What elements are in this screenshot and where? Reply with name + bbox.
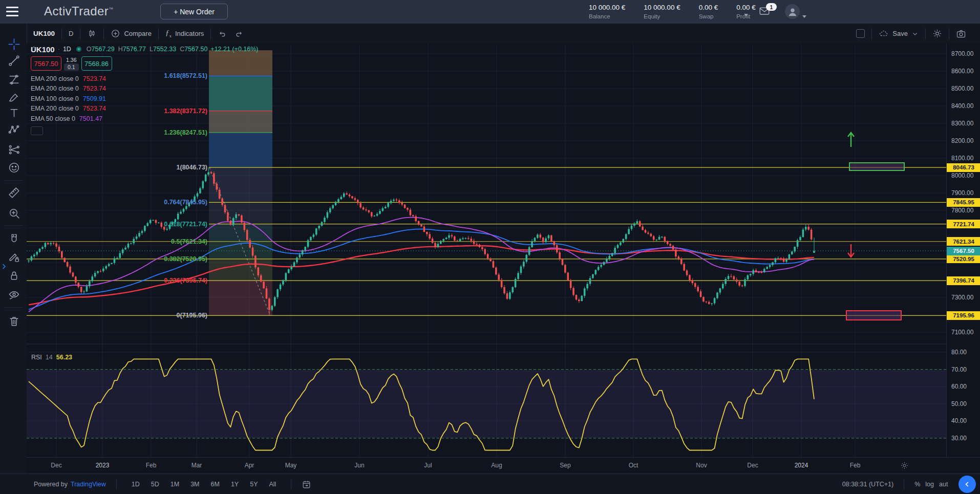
time-label[interactable]: May	[285, 462, 297, 469]
avatar-dropdown-icon[interactable]	[802, 15, 806, 18]
range-button-3m[interactable]: 3M	[186, 479, 204, 489]
rsi-name[interactable]: RSI	[31, 354, 42, 361]
fib-retracement-tool-icon[interactable]	[7, 72, 21, 87]
chart-type-button[interactable]	[80, 24, 103, 44]
range-button-all[interactable]: All	[265, 479, 281, 489]
panel-expand-chevron[interactable]	[0, 259, 8, 274]
rsi-pane	[27, 359, 946, 450]
drawing-mode-tool-icon[interactable]	[7, 249, 21, 264]
time-label[interactable]: Aug	[491, 462, 502, 469]
trademark: ™	[109, 7, 113, 12]
chart-plot-area[interactable]: UK100 · 1D O7567.29H7576.77L7552.33C7567…	[27, 44, 946, 457]
chart-settings-button[interactable]	[926, 24, 949, 44]
indicator-row[interactable]: EMA 50 close 07501.47	[31, 114, 258, 124]
xabcd-pattern-tool-icon[interactable]	[7, 122, 21, 137]
new-order-button[interactable]: + New Order	[160, 4, 228, 19]
auto-scale-toggle[interactable]: aut	[939, 481, 952, 488]
time-label[interactable]: Dec	[747, 462, 758, 469]
market-status-icon[interactable]	[76, 47, 81, 52]
range-button-6m[interactable]: 6M	[206, 479, 224, 489]
remove-drawings-tool-icon[interactable]	[7, 314, 21, 328]
toolbar-separator	[4, 180, 23, 181]
multichart-toggle[interactable]	[849, 24, 871, 44]
time-label[interactable]: 2023	[96, 462, 110, 469]
ohlc-key: O	[87, 46, 92, 53]
chart-toolbar: UK100 D Compare ƒx Indicators Save	[27, 24, 980, 44]
time-axis[interactable]: Dec2023FebMarAprMayJunJulAugSepOctNovDec…	[27, 457, 980, 474]
time-label[interactable]: Nov	[696, 462, 707, 469]
indicator-label: EMA 200 close 0	[31, 75, 79, 82]
axis-settings-icon[interactable]	[900, 461, 909, 472]
trend-line-tool-icon[interactable]	[7, 53, 21, 68]
range-button-1m[interactable]: 1M	[166, 479, 184, 489]
indicator-row[interactable]: EMA 200 close 07523.74	[31, 104, 258, 114]
tradingview-link[interactable]: TradingView	[71, 481, 106, 488]
legend-collapse-button[interactable]	[31, 126, 43, 135]
sell-button[interactable]: 7567.50	[31, 56, 61, 71]
ohlc-value: 7567.50	[184, 46, 207, 53]
layout-square-icon	[856, 29, 865, 38]
indicator-row[interactable]: EMA 200 close 07523.74	[31, 84, 258, 94]
interval-button[interactable]: D	[62, 24, 80, 44]
rsi-tick: 50.00	[951, 400, 967, 408]
range-button-1d[interactable]: 1D	[127, 479, 144, 489]
brush-tool-icon[interactable]	[7, 90, 21, 104]
bottom-bar: Powered byTradingView 1D5D1M3M6M1Y5YAll …	[0, 474, 980, 494]
legend-interval[interactable]: 1D	[63, 46, 71, 53]
collapse-panel-button[interactable]	[958, 476, 976, 493]
indicators-button[interactable]: ƒx Indicators	[159, 24, 210, 44]
time-label[interactable]: Apr	[245, 462, 254, 469]
hide-drawings-tool-icon[interactable]	[7, 287, 21, 302]
ohlc-value: 7576.77	[123, 46, 146, 53]
log-scale-toggle[interactable]: log	[925, 481, 934, 488]
time-label[interactable]: Feb	[850, 462, 861, 469]
percent-scale-toggle[interactable]: %	[914, 481, 920, 488]
clock[interactable]: 08:38:31 (UTC+1)	[842, 481, 893, 488]
time-label[interactable]: Jun	[354, 462, 364, 469]
price-tick: 8400.00	[951, 102, 973, 110]
ohlc-pair: C7567.50	[180, 46, 207, 53]
magnet-tool-icon[interactable]	[7, 232, 21, 246]
app-bar: ActivTrader™ + New Order 10 000.00 €Bala…	[0, 0, 980, 24]
profit-dropdown-icon[interactable]	[744, 14, 748, 16]
forecast-tool-icon[interactable]	[7, 142, 21, 157]
symbol-search[interactable]: UK100	[27, 24, 61, 44]
indicator-row[interactable]: EMA 100 close 07509.91	[31, 94, 258, 104]
measure-tool-icon[interactable]	[7, 185, 21, 200]
time-label[interactable]: Mar	[191, 462, 202, 469]
go-to-date-icon[interactable]	[302, 480, 311, 489]
time-label[interactable]: Oct	[629, 462, 638, 469]
emoji-tool-icon[interactable]	[7, 160, 21, 175]
powered-by-label: Powered by	[34, 481, 68, 488]
time-label[interactable]: Dec	[51, 462, 61, 469]
save-button[interactable]: Save	[872, 24, 925, 44]
price-level-tag: 8046.73	[947, 163, 980, 172]
text-tool-icon[interactable]	[7, 105, 21, 120]
range-button-5d[interactable]: 5D	[146, 479, 164, 489]
undo-button[interactable]	[211, 24, 233, 44]
menu-icon[interactable]	[6, 7, 18, 16]
time-label[interactable]: Sep	[560, 462, 570, 469]
redo-button[interactable]	[233, 24, 250, 44]
buy-button[interactable]: 7568.86	[81, 56, 112, 71]
redo-icon	[235, 29, 244, 38]
compare-button[interactable]: Compare	[104, 24, 158, 44]
crosshair-tool-icon[interactable]	[7, 37, 21, 51]
time-label[interactable]: Jul	[424, 462, 432, 469]
time-label[interactable]: Feb	[146, 462, 157, 469]
range-buttons: 1D5D1M3M6M1Y5YAll	[127, 479, 281, 489]
indicator-row[interactable]: EMA 200 close 07523.74	[31, 74, 258, 84]
price-tick: 8100.00	[951, 154, 973, 162]
lock-drawings-tool-icon[interactable]	[7, 268, 21, 283]
range-button-5y[interactable]: 5Y	[245, 479, 262, 489]
time-label[interactable]: 2024	[795, 462, 808, 469]
zoom-in-tool-icon[interactable]	[7, 206, 21, 220]
price-axis[interactable]: 8700.008600.008500.008400.008300.008200.…	[946, 44, 980, 457]
price-tick: 7300.00	[951, 293, 973, 302]
avatar[interactable]	[785, 4, 800, 19]
fx-icon: ƒx	[165, 29, 172, 38]
range-button-1y[interactable]: 1Y	[226, 479, 243, 489]
ohlc-pair: H7576.77	[118, 46, 146, 53]
ohlc-key: H	[118, 46, 123, 53]
snapshot-button[interactable]	[949, 24, 973, 44]
